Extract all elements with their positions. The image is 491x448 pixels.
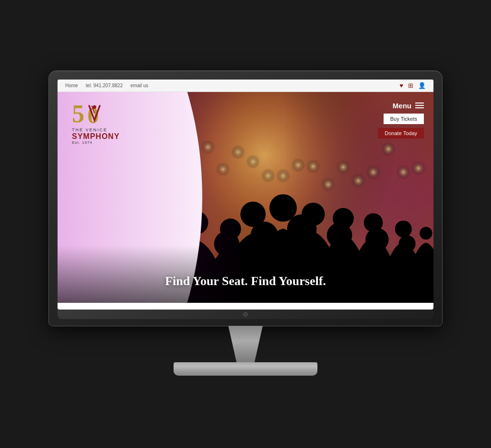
monitor-bottom-bar	[58, 310, 433, 319]
grid-icon[interactable]: ⊞	[408, 82, 413, 89]
monitor-power-dot	[243, 312, 248, 317]
scene: Home tel. 941.207.8822 email us ♥ ⊞ 👤	[49, 71, 442, 378]
top-bar-right: ♥ ⊞ 👤	[399, 82, 426, 89]
website: Home tel. 941.207.8822 email us ♥ ⊞ 👤	[58, 80, 433, 310]
hero-tagline: Find Your Seat. Find Yourself.	[165, 274, 326, 288]
user-icon[interactable]: 👤	[418, 82, 426, 89]
logo-50: 5 0 0	[72, 102, 117, 126]
logo-v-svg: 0	[85, 103, 104, 126]
monitor-stand-base	[174, 362, 317, 376]
top-bar: Home tel. 941.207.8822 email us ♥ ⊞ 👤	[58, 80, 433, 92]
logo-number-5: 5	[72, 102, 84, 126]
hamburger-icon	[415, 103, 424, 108]
monitor-stand-neck	[217, 326, 274, 364]
home-link[interactable]: Home	[65, 83, 78, 88]
menu-button[interactable]: Menu	[393, 102, 424, 110]
phone-label: tel. 941.207.8822	[86, 83, 123, 88]
buy-tickets-button[interactable]: Buy Tickets	[384, 114, 424, 124]
svg-point-1	[93, 105, 96, 108]
monitor-screen: Home tel. 941.207.8822 email us ♥ ⊞ 👤	[58, 80, 433, 310]
monitor: Home tel. 941.207.8822 email us ♥ ⊞ 👤	[49, 71, 442, 378]
hamburger-line-3	[415, 107, 424, 108]
logo-est: Est. 1974	[72, 140, 120, 145]
menu-label: Menu	[393, 102, 411, 110]
donate-today-button[interactable]: Donate Today	[378, 128, 424, 138]
monitor-bezel: Home tel. 941.207.8822 email us ♥ ⊞ 👤	[49, 71, 442, 326]
hamburger-line-1	[415, 103, 424, 103]
logo-area: 5 0 0	[72, 102, 120, 145]
hamburger-line-2	[415, 105, 424, 106]
main-content: 5 0 0	[58, 92, 433, 303]
logo-symphony: SYMPHONY	[72, 132, 120, 141]
logo-text: THE VENICE SYMPHONY Est. 1974	[72, 127, 120, 145]
heart-icon[interactable]: ♥	[399, 82, 403, 89]
top-bar-left: Home tel. 941.207.8822 email us	[65, 83, 148, 88]
nav-area: Menu Buy Tickets Donate Today	[378, 102, 424, 138]
logo-the-venice: THE VENICE	[72, 127, 120, 132]
email-link[interactable]: email us	[130, 83, 148, 88]
